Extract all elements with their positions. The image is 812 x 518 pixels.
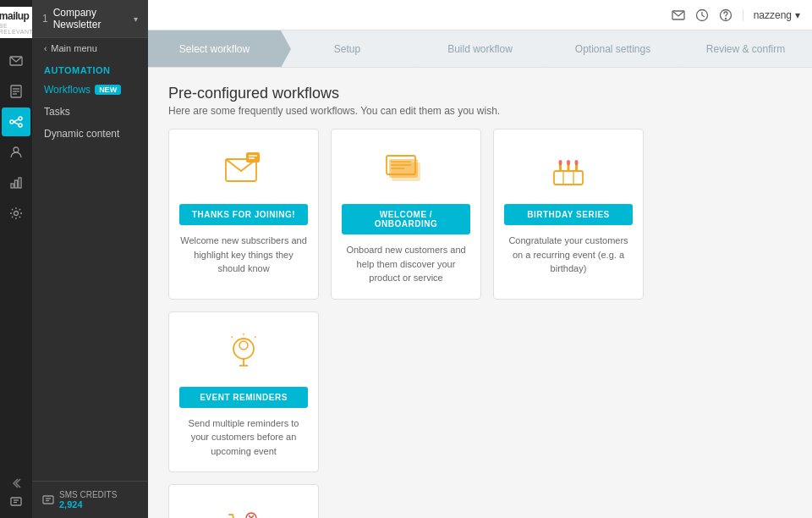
wizard-step-setup-label: Setup: [334, 43, 360, 55]
card-event-reminders[interactable]: EVENT REMINDERS Send multiple reminders …: [168, 311, 319, 473]
thanks-desc: Welcome new subscribers and highlight ke…: [179, 234, 308, 276]
nav-label-workflows: Workflows: [44, 84, 91, 96]
event-desc: Send multiple reminders to your customer…: [179, 416, 308, 459]
wizard-step-review[interactable]: Review & confirm: [679, 30, 812, 67]
sms-credits-label: SMS CREDITS: [59, 490, 117, 499]
svg-point-45: [239, 341, 248, 350]
svg-rect-38: [559, 164, 562, 171]
sms-msg-icon: [42, 494, 54, 506]
logo-tagline: BE RELEVANT: [0, 23, 33, 35]
nav-label-dynamic-content: Dynamic content: [44, 128, 119, 140]
collapse-sidebar-btn[interactable]: [10, 477, 22, 489]
card-birthday-series[interactable]: BIRTHDAY SERIES Congratulate your custom…: [493, 129, 644, 300]
svg-line-8: [14, 119, 19, 122]
svg-rect-11: [11, 184, 14, 188]
svg-rect-39: [568, 164, 570, 171]
svg-point-10: [14, 147, 19, 152]
nav-icon-stats[interactable]: [2, 168, 30, 197]
cart-icon: [221, 500, 266, 518]
svg-line-50: [232, 336, 233, 338]
svg-point-43: [575, 160, 579, 165]
pre-configured-header: Pre-configured workflows Here are some f…: [168, 85, 792, 117]
nav-item-tasks[interactable]: Tasks: [32, 101, 148, 123]
svg-rect-40: [575, 164, 578, 171]
wizard-bar: Select workflow Setup Build workflow Opt…: [148, 30, 812, 68]
thanks-btn[interactable]: THANKS FOR JOINING!: [179, 204, 308, 225]
welcome-desc: Onboard new customers and help them disc…: [342, 243, 470, 285]
card-abandoned-cart[interactable]: ABANDONED CART Send reminders when shopp…: [168, 484, 319, 518]
welcome-btn[interactable]: WELCOME / ONBOARDING: [342, 204, 470, 234]
second-row-cards: ABANDONED CART Send reminders when shopp…: [168, 484, 792, 518]
main-menu-link[interactable]: ‹ Main menu: [32, 38, 148, 58]
svg-line-49: [255, 336, 256, 338]
pre-configured-title: Pre-configured workflows: [168, 85, 792, 102]
svg-rect-35: [554, 171, 583, 185]
workflows-badge: NEW: [95, 85, 121, 95]
user-chevron-icon: ▾: [795, 9, 800, 21]
nav-label-tasks: Tasks: [44, 106, 70, 118]
nav-panel: 1 Company Newsletter ▾ ‹ Main menu AUTOM…: [32, 0, 148, 518]
topbar-user[interactable]: nazzeng ▾: [743, 9, 800, 21]
card-thanks-for-joining[interactable]: THANKS FOR JOINING! Welcome new subscrib…: [168, 129, 319, 300]
back-arrow-icon: ‹: [44, 44, 47, 53]
nav-icon-messages[interactable]: [2, 47, 30, 75]
list-number: 1: [42, 13, 48, 25]
svg-rect-15: [11, 498, 21, 505]
user-label: nazzeng: [754, 9, 792, 21]
card-welcome-onboarding[interactable]: WELCOME / ONBOARDING Onboard new custome…: [331, 129, 481, 300]
svg-rect-18: [43, 496, 53, 504]
automation-section-title: AUTOMATION: [32, 58, 148, 79]
wizard-step-review-label: Review & confirm: [706, 43, 785, 55]
wizard-step-build[interactable]: Build workflow: [414, 30, 546, 67]
list-chevron-icon: ▾: [134, 14, 138, 24]
birthday-desc: Congratulate your customers on a recurri…: [504, 234, 633, 276]
topbar-icons: nazzeng ▾: [672, 8, 800, 22]
birthday-btn[interactable]: BIRTHDAY SERIES: [504, 204, 633, 225]
main-area: nazzeng ▾ Select workflow Setup Build wo…: [148, 0, 812, 518]
svg-point-6: [19, 117, 22, 120]
svg-rect-12: [15, 180, 18, 188]
birthday-icon: [546, 145, 591, 196]
email-icon[interactable]: [672, 8, 685, 22]
nav-item-workflows[interactable]: Workflows NEW: [32, 79, 148, 101]
wizard-step-optional[interactable]: Optional settings: [546, 30, 679, 67]
help-icon[interactable]: [719, 8, 732, 22]
wizard-step-select[interactable]: Select workflow: [148, 30, 281, 67]
list-name: Company Newsletter: [53, 7, 134, 30]
svg-point-5: [10, 120, 14, 124]
pre-configured-subtitle: Here are some frequently used workflows.…: [168, 105, 792, 117]
wizard-step-select-label: Select workflow: [179, 43, 250, 55]
welcome-icon: [383, 145, 429, 196]
sms-credits-icon: [10, 496, 22, 508]
svg-rect-26: [246, 152, 260, 163]
icon-strip: mailup BE RELEVANT: [0, 0, 32, 518]
wizard-step-setup[interactable]: Setup: [281, 30, 414, 67]
event-btn[interactable]: EVENT REMINDERS: [179, 387, 308, 408]
event-icon: [221, 328, 266, 378]
nav-icon-automation[interactable]: [2, 107, 30, 136]
svg-point-24: [725, 18, 726, 19]
svg-line-9: [14, 122, 19, 124]
clock-icon[interactable]: [695, 8, 709, 22]
content-area: Pre-configured workflows Here are some f…: [148, 68, 812, 518]
nav-icon-contacts[interactable]: [2, 138, 30, 167]
wizard-step-build-label: Build workflow: [447, 43, 513, 55]
svg-point-42: [567, 160, 570, 165]
svg-point-7: [19, 124, 22, 127]
svg-point-14: [14, 212, 19, 216]
thanks-icon: [221, 145, 266, 196]
svg-point-41: [559, 160, 562, 165]
sms-credits-value: 2,924: [59, 499, 117, 510]
wizard-step-optional-label: Optional settings: [575, 43, 650, 55]
nav-icon-settings[interactable]: [2, 199, 30, 228]
nav-icon-document[interactable]: [2, 77, 30, 106]
logo-text: mailup: [0, 10, 33, 22]
pre-configured-cards: THANKS FOR JOINING! Welcome new subscrib…: [168, 129, 792, 472]
list-selector[interactable]: 1 Company Newsletter ▾: [32, 0, 148, 38]
main-menu-label: Main menu: [51, 43, 96, 53]
nav-item-dynamic-content[interactable]: Dynamic content: [32, 123, 148, 145]
topbar: nazzeng ▾: [148, 0, 812, 30]
svg-rect-13: [19, 178, 21, 188]
sidebar: mailup BE RELEVANT: [0, 0, 148, 518]
